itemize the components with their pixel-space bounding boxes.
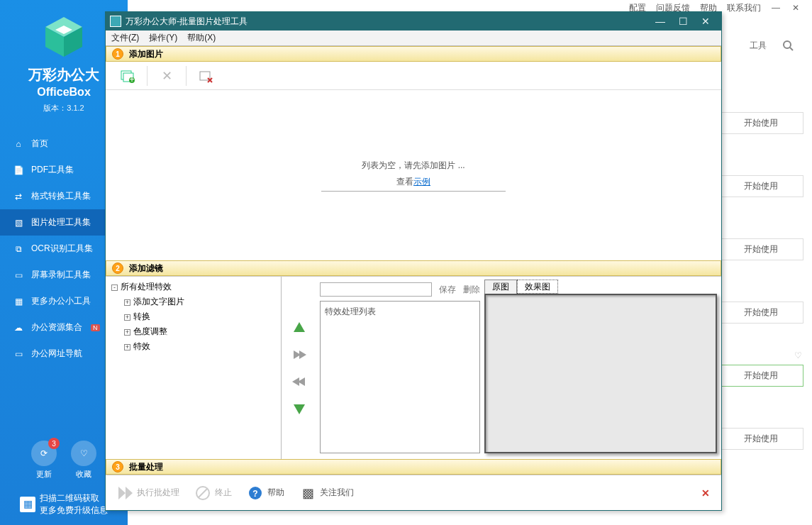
- step1-number-icon: 1: [112, 48, 123, 60]
- main-minimize-icon[interactable]: —: [771, 3, 781, 13]
- qr-icon: ▦: [20, 497, 35, 512]
- filter-center: 保存 删除 特效处理列表: [317, 277, 483, 459]
- svg-marker-19: [118, 487, 126, 499]
- filter-body: -所有处理特效 +添加文字图片 +转换 +色度调整 +特效 保存 删除 特效处理…: [106, 276, 721, 459]
- version-label: 版本：3.1.2: [43, 103, 84, 114]
- start-button-4[interactable]: 开始使用: [718, 302, 803, 324]
- effects-list[interactable]: 特效处理列表: [320, 301, 480, 453]
- clear-images-button[interactable]: [192, 65, 219, 87]
- logo: 万彩办公大 OfficeBox 版本：3.1.2: [28, 14, 99, 114]
- step3-number-icon: 3: [112, 461, 123, 472]
- add-filter-icon[interactable]: [291, 346, 308, 363]
- svg-marker-17: [292, 377, 299, 386]
- tab-result[interactable]: 效果图: [517, 280, 558, 294]
- empty-image-area: 列表为空，请先添加图片 ... 查看示例: [106, 90, 721, 260]
- start-button-5[interactable]: 开始使用: [718, 365, 803, 387]
- help-button[interactable]: ? 帮助: [248, 485, 284, 501]
- dialog-titlebar[interactable]: 万彩办公大师-批量图片处理工具 — ☐ ✕: [106, 12, 721, 31]
- svg-marker-20: [126, 487, 133, 499]
- nav-label: 格式转换工具集: [31, 190, 91, 202]
- nav-label: OCR识别工具集: [31, 243, 93, 255]
- remove-image-button[interactable]: ✕: [153, 65, 180, 87]
- svg-text:?: ?: [252, 489, 257, 499]
- step2-title: 添加滤镜: [129, 262, 163, 275]
- batch-image-dialog: 万彩办公大师-批量图片处理工具 — ☐ ✕ 文件(Z) 操作(Y) 帮助(X) …: [105, 11, 722, 511]
- move-down-icon[interactable]: [291, 400, 308, 417]
- brand-en: OfficeBox: [37, 86, 91, 99]
- favorite-button[interactable]: ♡: [71, 441, 96, 466]
- arrow-controls: [282, 277, 317, 459]
- card-heart-icon[interactable]: ♡: [794, 350, 802, 360]
- run-batch-button[interactable]: 执行批处理: [117, 485, 179, 501]
- svg-text:+: +: [129, 74, 134, 84]
- preview-box: [484, 294, 717, 453]
- record-icon: ▭: [13, 270, 24, 281]
- nav-label: 屏幕录制工具集: [31, 269, 91, 281]
- heart-icon: ♡: [80, 448, 88, 458]
- menu-ops[interactable]: 操作(Y): [149, 32, 177, 44]
- delete-preset-link[interactable]: 删除: [463, 284, 480, 296]
- nav-label: 更多办公小工具: [31, 295, 91, 307]
- dialog-minimize-icon[interactable]: —: [649, 12, 672, 31]
- dialog-maximize-icon[interactable]: ☐: [672, 12, 694, 31]
- right-cards: 开始使用 开始使用 开始使用 开始使用 开始使用 开始使用: [718, 35, 803, 450]
- qr-text: 扫描二维码获取更多免费升级信息: [40, 492, 108, 516]
- new-badge: N: [91, 324, 100, 331]
- nav-label: 办公网址导航: [31, 348, 82, 360]
- dialog-app-icon: [110, 16, 121, 27]
- tree-root[interactable]: -所有处理特效: [107, 280, 279, 294]
- more-icon: ▦: [13, 296, 24, 307]
- dialog-footer: 执行批处理 终止 ? 帮助 ▩ 关注我们 ✕: [106, 475, 721, 510]
- start-button-3[interactable]: 开始使用: [718, 238, 803, 260]
- menu-file[interactable]: 文件(Z): [111, 32, 139, 44]
- menu-contact[interactable]: 联系我们: [727, 2, 761, 14]
- start-button-6[interactable]: 开始使用: [718, 428, 803, 450]
- svg-line-22: [199, 489, 207, 497]
- view-example-row: 查看示例: [396, 176, 430, 188]
- update-icon: ⟳: [40, 448, 48, 458]
- tree-item[interactable]: +添加文字图片: [107, 294, 279, 309]
- update-badge: 3: [48, 438, 60, 449]
- update-button[interactable]: ⟳ 3: [31, 441, 57, 466]
- step2-header: 2 添加滤镜: [106, 260, 721, 276]
- home-icon: ⌂: [13, 138, 24, 150]
- dialog-close-icon[interactable]: ✕: [694, 12, 717, 31]
- stop-icon: [195, 485, 211, 501]
- image-icon: ▧: [13, 217, 24, 228]
- remove-filter-icon[interactable]: [291, 373, 308, 390]
- footer-close-icon[interactable]: ✕: [701, 487, 710, 499]
- menu-help[interactable]: 帮助(X): [187, 32, 216, 44]
- convert-icon: ⇄: [13, 191, 24, 202]
- dialog-title: 万彩办公大师-批量图片处理工具: [126, 16, 248, 28]
- step3-header: 3 批量处理: [106, 459, 721, 475]
- help-icon: ?: [248, 485, 263, 501]
- step1-header: 1 添加图片: [106, 46, 721, 62]
- add-image-button[interactable]: +: [114, 65, 141, 87]
- empty-hint: 列表为空，请先添加图片 ...: [362, 160, 465, 172]
- tree-item[interactable]: +转换: [107, 309, 279, 324]
- preview-pane: 原图 效果图: [483, 277, 721, 459]
- tab-original[interactable]: 原图: [484, 280, 517, 294]
- start-button-2[interactable]: 开始使用: [718, 175, 803, 197]
- tree-item[interactable]: +色度调整: [107, 324, 279, 339]
- svg-marker-13: [294, 322, 305, 332]
- divider: [321, 191, 506, 192]
- main-close-icon[interactable]: ✕: [791, 3, 801, 13]
- save-preset-link[interactable]: 保存: [439, 284, 456, 296]
- filter-tree[interactable]: -所有处理特效 +添加文字图片 +转换 +色度调整 +特效: [106, 277, 282, 459]
- qr-row[interactable]: ▦ 扫描二维码获取更多免费升级信息: [11, 488, 116, 525]
- stop-button[interactable]: 终止: [195, 485, 232, 501]
- start-button-1[interactable]: 开始使用: [718, 112, 803, 134]
- example-link[interactable]: 示例: [413, 177, 430, 187]
- preset-combo[interactable]: [320, 282, 432, 297]
- update-label: 更新: [31, 469, 57, 480]
- follow-button[interactable]: ▩ 关注我们: [300, 485, 354, 501]
- move-up-icon[interactable]: [291, 319, 308, 336]
- qr-icon: ▩: [300, 485, 316, 501]
- resources-icon: ☁: [13, 322, 24, 333]
- tree-item[interactable]: +特效: [107, 339, 279, 354]
- step3-title: 批量处理: [129, 461, 163, 473]
- nav-label: 办公资源集合: [31, 321, 82, 333]
- dialog-menubar: 文件(Z) 操作(Y) 帮助(X): [106, 31, 721, 46]
- nav-label: 图片处理工具集: [31, 216, 91, 228]
